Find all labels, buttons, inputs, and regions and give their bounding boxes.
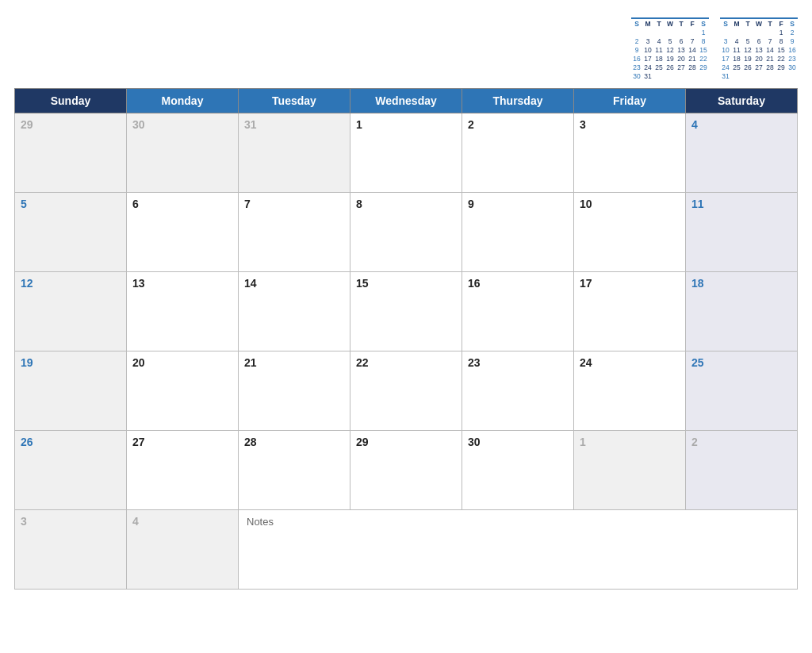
calendar-cell: 15	[350, 272, 462, 351]
day-number: 2	[468, 118, 474, 131]
mini-cal-day: 7	[687, 36, 698, 45]
weekday-header-wednesday: Wednesday	[350, 89, 462, 113]
mini-cal-day	[676, 71, 687, 80]
mini-cal-day: 29	[698, 63, 709, 71]
mini-cal-day: 15	[776, 45, 787, 54]
mini-cal-day: 18	[653, 54, 665, 63]
calendar-cell: 29	[350, 431, 462, 510]
mini-cal-day: 31	[642, 71, 653, 80]
calendar-cell: 17	[574, 272, 686, 351]
calendar-cell: 1	[574, 431, 686, 510]
mini-cal-day: 26	[665, 63, 676, 71]
mini-cal-day: 14	[764, 45, 776, 54]
day-number: 27	[132, 436, 145, 448]
mini-cal-day	[720, 28, 731, 36]
day-number: 4	[691, 118, 698, 131]
mini-cal-march-title	[631, 17, 709, 19]
day-number: 19	[21, 356, 33, 369]
mini-cal-day	[676, 28, 687, 36]
weekday-header-monday: Monday	[127, 89, 239, 113]
day-number: 4	[132, 515, 139, 528]
mini-cal-may-title	[720, 17, 798, 19]
calendar-cell: 4	[686, 113, 798, 193]
mini-cal-day: 1	[698, 28, 709, 36]
day-number: 5	[21, 198, 27, 210]
mini-cal-day: 25	[731, 63, 742, 71]
day-number: 15	[356, 277, 369, 290]
calendar-row: 12131415161718	[15, 272, 798, 351]
mini-cal-day	[653, 71, 665, 80]
mini-cal-day: 4	[731, 36, 742, 45]
page-header: SMTWTFS 12345678910111213141516171819202…	[14, 14, 798, 80]
mini-cal-day: 25	[653, 63, 665, 71]
weekday-header-sunday: Sunday	[15, 89, 127, 113]
mini-cal-day	[642, 28, 653, 36]
mini-cal-day: 17	[642, 54, 653, 63]
mini-cal-day	[665, 28, 676, 36]
mini-cal-day: 8	[776, 36, 787, 45]
calendar-cell: 30	[462, 431, 574, 510]
calendar-cell: 19	[15, 351, 127, 431]
day-number: 29	[21, 118, 33, 131]
calendar-cell: 8	[350, 193, 462, 272]
calendar-cell: 12	[15, 272, 127, 351]
mini-cal-day: 22	[776, 54, 787, 63]
day-number: 11	[691, 198, 704, 210]
day-number: 29	[356, 436, 369, 448]
notes-label: Notes	[247, 516, 274, 528]
calendar-cell: 2	[462, 113, 574, 193]
mini-cal-day: 30	[787, 63, 798, 71]
day-number: 17	[580, 277, 592, 290]
mini-cal-day: 17	[720, 54, 731, 63]
mini-cal-day	[753, 71, 764, 80]
mini-cal-day: 12	[665, 45, 676, 54]
weekday-header-tuesday: Tuesday	[239, 89, 350, 113]
day-number: 12	[21, 277, 33, 290]
mini-cal-day: 16	[631, 54, 642, 63]
mini-cal-day: 21	[764, 54, 776, 63]
day-number: 30	[468, 436, 481, 448]
day-number: 21	[244, 356, 257, 369]
calendar-cell: 3	[15, 510, 127, 590]
calendar-cell: 20	[127, 351, 239, 431]
mini-cal-day: 1	[776, 28, 787, 36]
calendar-row: 2930311234	[15, 113, 798, 193]
mini-calendars: SMTWTFS 12345678910111213141516171819202…	[631, 17, 798, 80]
weekday-header-thursday: Thursday	[462, 89, 574, 113]
mini-cal-day: 15	[698, 45, 709, 54]
mini-cal-day: 27	[753, 63, 764, 71]
calendar-cell: 23	[462, 351, 574, 431]
calendar-cell: 6	[127, 193, 239, 272]
calendar-cell: 22	[350, 351, 462, 431]
calendar-cell: 31	[239, 113, 350, 193]
mini-cal-day: 22	[698, 54, 709, 63]
mini-cal-day: 2	[631, 36, 642, 45]
calendar-cell: 1	[350, 113, 462, 193]
mini-cal-day: 7	[764, 36, 776, 45]
mini-cal-day: 16	[787, 45, 798, 54]
mini-cal-day: 13	[676, 45, 687, 54]
mini-cal-day	[731, 71, 742, 80]
calendar-cell: 26	[15, 431, 127, 510]
mini-cal-day: 27	[676, 63, 687, 71]
weekday-header-friday: Friday	[574, 89, 686, 113]
day-number: 1	[356, 118, 362, 131]
main-calendar: SundayMondayTuesdayWednesdayThursdayFrid…	[14, 88, 798, 590]
day-number: 2	[691, 436, 698, 448]
mini-cal-day	[731, 28, 742, 36]
day-number: 3	[580, 118, 586, 131]
day-number: 8	[356, 198, 362, 210]
mini-cal-day: 6	[753, 36, 764, 45]
calendar-cell: 28	[239, 431, 350, 510]
mini-cal-day: 23	[787, 54, 798, 63]
calendar-cell: 4	[127, 510, 239, 590]
mini-cal-day: 10	[720, 45, 731, 54]
calendar-cell: 7	[239, 193, 350, 272]
mini-cal-day: 3	[720, 36, 731, 45]
day-number: 9	[468, 198, 474, 210]
calendar-last-row: 34Notes	[15, 510, 798, 590]
day-number: 28	[244, 436, 257, 448]
mini-cal-day: 28	[764, 63, 776, 71]
calendar-cell: 18	[686, 272, 798, 351]
mini-cal-day: 24	[642, 63, 653, 71]
